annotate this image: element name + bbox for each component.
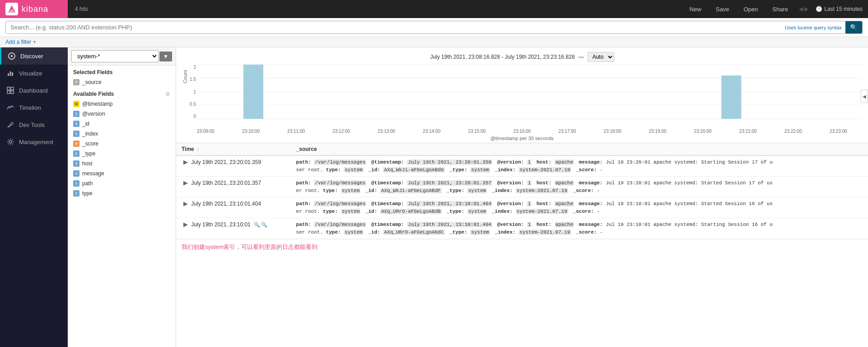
grid-icon (6, 86, 14, 94)
table-body: ▶ July 19th 2021, 23:20:01.359 path: /va… (176, 155, 868, 239)
x-label-8: 23:17:00 (559, 129, 576, 134)
sidebar-item-management[interactable]: Management (0, 133, 68, 150)
time-cell-3: ▶ July 19th 2021, 23:10:01 🔍 🔍 (176, 218, 291, 239)
sidebar-item-discover[interactable]: Discover (0, 47, 68, 65)
field-path[interactable]: t path (68, 178, 176, 188)
hits-count: 4 hits (75, 6, 88, 12)
x-label-5: 23:14:00 (423, 129, 440, 134)
top-nav-actions: New Save Open Share ◀ ▶ 🕐 Last 15 minute… (470, 4, 868, 14)
field-type-t4: t (73, 150, 79, 157)
table-row: ▶ July 19th 2021, 23:20:01.359 path: /va… (176, 155, 868, 177)
svg-rect-9 (7, 91, 10, 94)
x-label-7: 23:16:00 (513, 129, 531, 134)
main-content: July 19th 2021, 23:08:16.828 - July 19th… (176, 47, 868, 347)
svg-point-19 (8, 144, 9, 145)
field-type-t2: t (73, 121, 79, 127)
table-row: ▶ July 19th 2021, 23:20:01.357 path: /va… (176, 177, 868, 197)
save-button[interactable]: Save (712, 4, 733, 14)
time-picker[interactable]: 🕐 Last 15 minutes (816, 6, 863, 12)
nav-divider: ◀ ▶ (799, 6, 808, 12)
field-name-version: @version (82, 111, 170, 117)
index-pattern-select[interactable]: system-* (71, 50, 159, 62)
y-label-0: 0 (193, 114, 196, 119)
time-column-header[interactable]: Time ↓ (176, 143, 291, 155)
svg-rect-6 (12, 72, 13, 76)
open-button[interactable]: Open (740, 4, 761, 14)
collapse-panel-button[interactable]: ◀ (861, 90, 868, 103)
field-type-t3: t (73, 131, 79, 137)
field-name-type: _type (82, 150, 170, 157)
new-button[interactable]: New (686, 4, 705, 14)
field-index[interactable]: t _index (68, 129, 176, 139)
svg-point-15 (13, 141, 14, 142)
table-header-row: Time ↓ _source (176, 143, 868, 155)
svg-point-3 (11, 55, 13, 57)
field-name-type2: type (82, 190, 170, 197)
field-name-timestamp: @timestamp (82, 101, 170, 107)
index-selector: system-* ▼ (68, 47, 176, 66)
search-input[interactable] (6, 21, 781, 33)
field-version[interactable]: t @version (68, 109, 176, 119)
add-filter-button[interactable]: Add a filter + (5, 39, 36, 45)
kibana-logo-icon (5, 3, 18, 15)
chart-header: July 19th 2021, 23:08:16.828 - July 19th… (183, 52, 861, 62)
clock-icon: 🕐 (816, 6, 822, 12)
y-axis-label: Count (182, 70, 188, 83)
svg-point-12 (10, 139, 11, 140)
search-submit-button[interactable]: 🔍 (845, 21, 862, 33)
sidebar-item-dashboard[interactable]: Dashboard (0, 82, 68, 99)
gear-icon (6, 138, 14, 146)
svg-point-17 (12, 144, 13, 145)
time-cell-0: ▶ July 19th 2021, 23:20:01.359 (176, 155, 291, 177)
wrench-icon (6, 121, 14, 129)
expand-row-1-button[interactable]: ▶ (182, 179, 190, 186)
search-input-wrapper: Uses lucene query syntax 🔍 (5, 21, 863, 34)
field-source[interactable]: ? _source (68, 77, 176, 87)
field-message[interactable]: t message (68, 169, 176, 178)
svg-point-11 (9, 141, 12, 143)
share-button[interactable]: Share (769, 4, 792, 14)
zoom-out-icon[interactable]: 🔍 (261, 222, 267, 228)
field-type-type[interactable]: t type (68, 188, 176, 198)
sidebar-item-devtools[interactable]: Dev Tools (0, 116, 68, 133)
field-type-field[interactable]: t _type (68, 149, 176, 159)
y-label-2: 2 (193, 65, 196, 70)
zoom-in-icon[interactable]: 🔍 (254, 222, 260, 228)
field-name-index: _index (82, 131, 170, 137)
field-type-hash: # (73, 141, 79, 147)
kibana-logo-text: kibana (22, 5, 48, 14)
x-label-3: 23:12:00 (332, 129, 350, 134)
sidebar-item-visualize[interactable]: Visualize (0, 65, 68, 82)
expand-row-3-button[interactable]: ▶ (182, 221, 190, 228)
index-dropdown-button[interactable]: ▼ (159, 52, 172, 61)
chart-interval-select[interactable]: Auto (588, 52, 614, 62)
sidebar-item-timelion[interactable]: Timelion (0, 99, 68, 116)
table-row: ▶ July 19th 2021, 23:10:01.404 path: /va… (176, 197, 868, 218)
table-row: ▶ July 19th 2021, 23:10:01 🔍 🔍 path: /va… (176, 218, 868, 239)
chart-bar-2 (721, 75, 741, 119)
field-timestamp[interactable]: ⊙ @timestamp (68, 99, 176, 109)
field-name-source: _source (82, 79, 170, 85)
lucene-hint[interactable]: Uses lucene query syntax (781, 25, 845, 30)
kibana-logo: kibana (0, 0, 68, 18)
expand-row-2-button[interactable]: ▶ (182, 200, 190, 207)
field-id[interactable]: t _id (68, 119, 176, 129)
chart-dash: — (579, 54, 584, 60)
x-label-12: 23:21:00 (739, 129, 757, 134)
field-host[interactable]: t host (68, 159, 176, 169)
source-cell-0: path: /var/log/messages @timestamp: July… (291, 155, 868, 177)
time-cell-2: ▶ July 19th 2021, 23:10:01.404 (176, 197, 291, 218)
x-label-9: 23:18:00 (604, 129, 621, 134)
table-container[interactable]: Time ↓ _source ▶ July 19th (176, 143, 868, 347)
field-name-host: host (82, 160, 170, 167)
compass-icon (8, 52, 16, 60)
fields-settings-icon[interactable]: ⚙ (165, 91, 170, 97)
field-name-message: message (82, 170, 170, 177)
y-label-1: 1 (193, 89, 196, 94)
svg-rect-5 (10, 71, 11, 76)
source-cell-3: path: /var/log/messages @timestamp: July… (291, 218, 868, 239)
expand-row-0-button[interactable]: ▶ (182, 159, 190, 165)
field-score[interactable]: # _score (68, 139, 176, 149)
y-label-1-5: 1.5 (190, 77, 196, 82)
field-type-clock: ⊙ (73, 101, 79, 107)
